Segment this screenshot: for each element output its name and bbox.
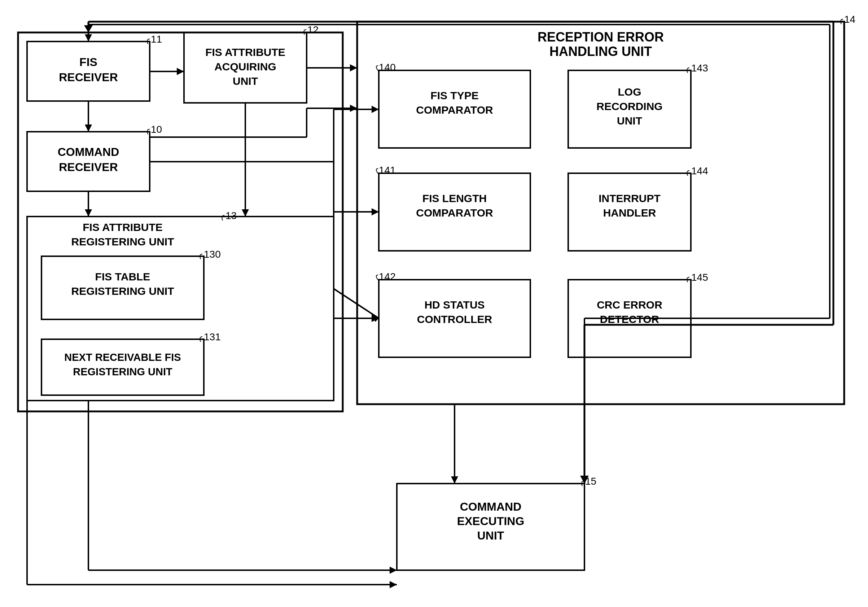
svg-text:14: 14 xyxy=(844,14,856,25)
svg-text:RECEIVER: RECEIVER xyxy=(59,161,118,174)
diagram-container: FIS RECEIVER 11 FIS ATTRIBUTE ACQUIRING … xyxy=(0,0,868,607)
svg-text:UNIT: UNIT xyxy=(477,529,504,542)
svg-text:COMMAND: COMMAND xyxy=(58,146,119,158)
svg-text:CRC ERROR: CRC ERROR xyxy=(597,299,662,311)
svg-text:140: 140 xyxy=(379,62,396,73)
svg-text:141: 141 xyxy=(379,165,396,176)
svg-text:REGISTERING UNIT: REGISTERING UNIT xyxy=(73,366,172,377)
svg-text:12: 12 xyxy=(307,24,319,36)
svg-text:HANDLER: HANDLER xyxy=(603,207,656,219)
svg-text:FIS TYPE: FIS TYPE xyxy=(430,90,478,101)
svg-text:RECORDING: RECORDING xyxy=(596,100,662,112)
svg-text:RECEPTION ERROR: RECEPTION ERROR xyxy=(538,29,664,44)
svg-text:UNIT: UNIT xyxy=(233,75,258,87)
svg-text:131: 131 xyxy=(204,331,221,343)
svg-text:DETECTOR: DETECTOR xyxy=(600,313,659,325)
svg-text:FIS ATTRIBUTE: FIS ATTRIBUTE xyxy=(205,46,285,58)
svg-text:130: 130 xyxy=(204,248,221,260)
svg-text:143: 143 xyxy=(691,62,708,74)
svg-text:UNIT: UNIT xyxy=(617,115,642,127)
svg-text:LOG: LOG xyxy=(618,86,642,98)
svg-text:142: 142 xyxy=(379,271,396,282)
svg-text:144: 144 xyxy=(691,165,708,177)
svg-text:RECEIVER: RECEIVER xyxy=(59,71,118,84)
svg-text:145: 145 xyxy=(691,272,708,283)
diagram-svg: FIS RECEIVER 11 FIS ATTRIBUTE ACQUIRING … xyxy=(0,0,868,607)
svg-text:REGISTERING UNIT: REGISTERING UNIT xyxy=(71,236,174,248)
svg-text:13: 13 xyxy=(225,210,237,221)
svg-text:FIS TABLE: FIS TABLE xyxy=(95,271,150,283)
svg-text:NEXT RECEIVABLE FIS: NEXT RECEIVABLE FIS xyxy=(64,351,181,363)
svg-text:HANDLING UNIT: HANDLING UNIT xyxy=(549,44,652,59)
svg-text:HD STATUS: HD STATUS xyxy=(424,299,485,311)
svg-text:FIS LENGTH: FIS LENGTH xyxy=(422,193,487,204)
svg-text:COMPARATOR: COMPARATOR xyxy=(416,207,493,219)
svg-text:CONTROLLER: CONTROLLER xyxy=(417,313,493,325)
svg-text:ACQUIRING: ACQUIRING xyxy=(214,61,276,73)
svg-text:11: 11 xyxy=(151,34,162,45)
svg-text:INTERRUPT: INTERRUPT xyxy=(598,193,660,204)
svg-text:REGISTERING UNIT: REGISTERING UNIT xyxy=(71,285,174,297)
svg-text:10: 10 xyxy=(151,124,162,135)
svg-text:FIS: FIS xyxy=(79,56,98,68)
svg-text:FIS ATTRIBUTE: FIS ATTRIBUTE xyxy=(83,221,163,233)
svg-text:EXECUTING: EXECUTING xyxy=(457,515,525,528)
svg-text:COMPARATOR: COMPARATOR xyxy=(416,104,493,116)
svg-text:COMMAND: COMMAND xyxy=(460,500,522,513)
